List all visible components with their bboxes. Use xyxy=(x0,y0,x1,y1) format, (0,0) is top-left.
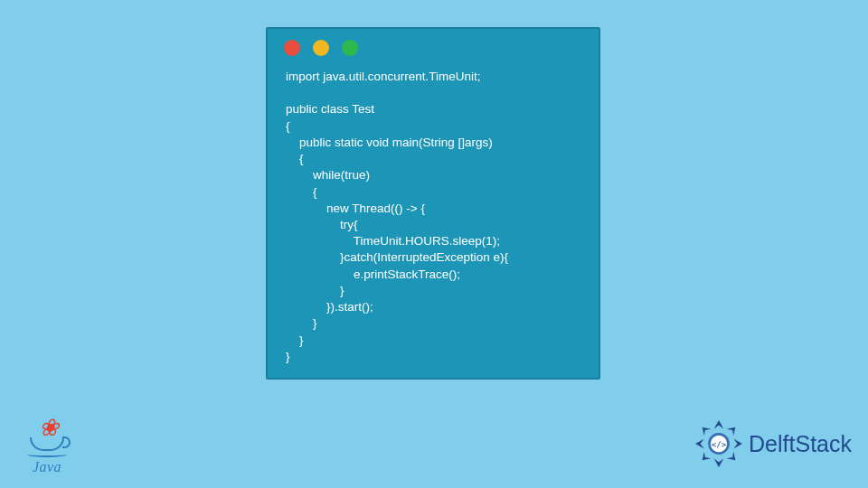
java-logo: ❀ Java xyxy=(22,418,72,479)
window-close-dot[interactable] xyxy=(284,40,300,56)
window-zoom-dot[interactable] xyxy=(342,40,358,56)
svg-marker-2 xyxy=(714,458,724,467)
svg-marker-3 xyxy=(695,439,704,449)
svg-marker-5 xyxy=(727,452,736,461)
window-minimize-dot[interactable] xyxy=(313,40,329,56)
svg-marker-4 xyxy=(727,427,736,436)
code-window: import java.util.concurrent.TimeUnit; pu… xyxy=(266,27,600,380)
svg-marker-6 xyxy=(703,452,712,461)
java-saucer-icon xyxy=(27,452,67,457)
code-body: import java.util.concurrent.TimeUnit; pu… xyxy=(268,65,599,369)
window-titlebar xyxy=(268,29,599,65)
delftstack-logo-text: DelftStack xyxy=(749,431,852,457)
svg-marker-1 xyxy=(733,439,742,449)
java-cup-icon xyxy=(30,437,64,451)
java-steam-icon: ❀ xyxy=(39,418,55,439)
delftstack-logo: </> DelftStack xyxy=(694,419,852,468)
svg-marker-0 xyxy=(714,420,724,429)
java-logo-text: Java xyxy=(33,459,61,475)
svg-marker-7 xyxy=(703,427,712,436)
svg-text:</>: </> xyxy=(712,439,727,449)
delftstack-emblem-icon: </> xyxy=(694,419,743,468)
